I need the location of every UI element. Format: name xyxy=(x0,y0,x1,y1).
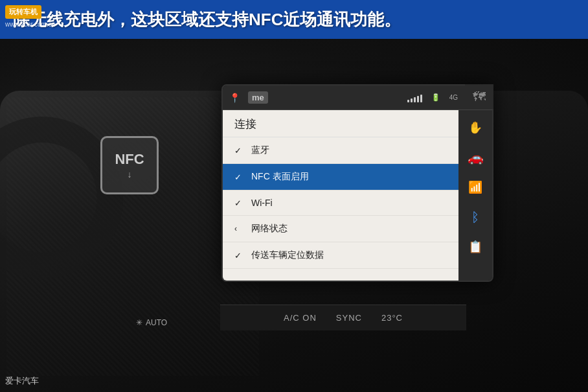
sync-label: SYNC xyxy=(336,313,362,323)
signal-bar-1 xyxy=(407,100,409,102)
wifi-check-icon: ✓ xyxy=(234,198,245,208)
ac-on-label: A/C ON xyxy=(284,313,317,323)
screen-content: 连接 ✓ 蓝牙 ✓ NFC 表面启用 ✓ Wi-Fi ‹ 网络状态 ✓ 传送车辆… xyxy=(223,110,492,281)
touch-icon[interactable]: ✋ xyxy=(460,113,491,142)
site-url: www.xcar.com.cn xyxy=(5,21,55,28)
network-status-label: 网络状态 xyxy=(251,223,288,235)
nfc-arrow-icon: ↓ xyxy=(128,169,132,179)
auto-label: AUTO xyxy=(146,318,167,327)
infotainment-screen: 📍 me 🔋 4G SOS READY 连接 ✓ 蓝牙 ✓ NFC xyxy=(221,84,493,282)
network-status-menu-item[interactable]: ‹ 网络状态 xyxy=(223,216,458,242)
bluetooth-menu-item[interactable]: ✓ 蓝牙 xyxy=(223,137,458,164)
site-logo-badge: 玩转车机 xyxy=(5,5,41,19)
headline-banner: 除无线充电外，这块区域还支持NFC近场通讯功能。 xyxy=(0,0,588,39)
bluetooth-icon[interactable]: ᛒ xyxy=(460,203,491,231)
screen-corner-map-icon: 🗺 xyxy=(465,84,493,109)
network-label: 4G xyxy=(449,94,458,101)
signal-bar-4 xyxy=(417,96,419,102)
wifi-icon-symbol: 📶 xyxy=(468,180,482,194)
nfc-surface-menu-item[interactable]: ✓ NFC 表面启用 xyxy=(223,164,458,190)
me-badge: me xyxy=(248,91,268,104)
temp-label: 23°C xyxy=(381,313,403,323)
location-data-label: 传送车辆定位数据 xyxy=(251,249,324,261)
menu-title: 连接 xyxy=(223,110,458,137)
location-data-menu-item[interactable]: ✓ 传送车辆定位数据 xyxy=(223,242,458,269)
signal-bars xyxy=(407,93,422,102)
calendar-icon-symbol: 📋 xyxy=(468,240,482,254)
bluetooth-check-icon: ✓ xyxy=(234,146,245,156)
navigation-icon: 📍 xyxy=(229,93,240,103)
bluetooth-icon-symbol: ᛒ xyxy=(471,210,479,225)
signal-bar-5 xyxy=(420,95,422,102)
signal-bar-2 xyxy=(411,98,413,102)
banner-text: 除无线充电外，这块区域还支持NFC近场通讯功能。 xyxy=(13,8,575,31)
nfc-label: NFC xyxy=(115,151,144,168)
side-icon-panel: ✋ 🚗 📶 ᛒ 📋 xyxy=(458,110,492,281)
car-icon[interactable]: 🚗 xyxy=(460,143,491,172)
signal-bar-3 xyxy=(414,97,416,102)
wifi-label: Wi-Fi xyxy=(251,198,273,208)
nfc-check-icon: ✓ xyxy=(234,172,245,182)
bluetooth-label: 蓝牙 xyxy=(251,144,269,156)
bottom-watermark: 爱卡汽车 xyxy=(5,375,39,387)
location-check-icon: ✓ xyxy=(234,251,245,260)
asterisk-icon: ✳ xyxy=(136,318,142,327)
screen-header: 📍 me 🔋 4G SOS READY xyxy=(223,86,492,110)
calendar-icon[interactable]: 📋 xyxy=(460,233,491,261)
wifi-icon[interactable]: 📶 xyxy=(460,173,491,202)
auto-button[interactable]: ✳ AUTO xyxy=(136,318,167,327)
nfc-surface-label: NFC 表面启用 xyxy=(251,171,309,183)
touch-icon-symbol: ✋ xyxy=(468,121,482,135)
map-icon-symbol: 🗺 xyxy=(473,89,486,104)
network-arrow-icon: ‹ xyxy=(234,224,245,233)
battery-icon: 🔋 xyxy=(431,93,440,102)
car-icon-symbol: 🚗 xyxy=(468,150,484,165)
wifi-menu-item[interactable]: ✓ Wi-Fi xyxy=(223,190,458,216)
nfc-badge: NFC ↓ xyxy=(100,136,159,194)
connection-menu-panel: 连接 ✓ 蓝牙 ✓ NFC 表面启用 ✓ Wi-Fi ‹ 网络状态 ✓ 传送车辆… xyxy=(223,110,458,281)
ac-control-strip: A/C ON SYNC 23°C xyxy=(220,305,466,330)
